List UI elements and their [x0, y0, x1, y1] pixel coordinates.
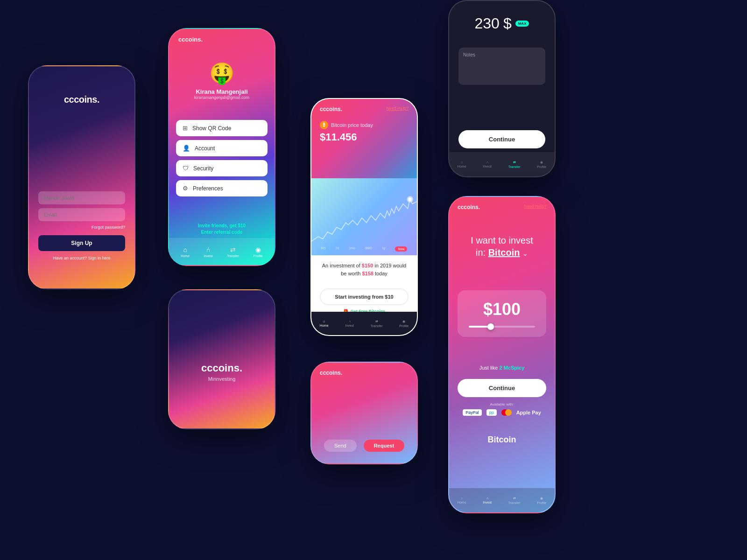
invest-icon-inv: ⑃	[486, 497, 488, 500]
home-icon-btc: ⌂	[323, 320, 325, 323]
invest-icon-btc: ⑃	[349, 320, 351, 323]
splash-logo-section: cccoins. Minnvesting	[169, 362, 275, 382]
btc-coin-icon: ₿	[320, 121, 328, 129]
invest-logo: cccoins.	[458, 204, 480, 210]
menu-item-account[interactable]: 👤 Account	[176, 140, 268, 156]
amount-slider[interactable]	[469, 326, 535, 328]
profile-logo: cccoins.	[178, 36, 203, 43]
profile-icon-tf: ◉	[540, 161, 543, 164]
referral-text[interactable]: Enter referral code	[169, 230, 275, 235]
transfer-icon-tf: ⇄	[513, 161, 516, 164]
menu-label-account: Account	[195, 145, 215, 152]
nav-home[interactable]: ⌂ Home	[181, 246, 190, 258]
inv-nav-invest[interactable]: ⑃ Invest	[483, 497, 492, 504]
mastercard-icon	[501, 409, 512, 416]
tab-6mo[interactable]: 6MO	[365, 246, 372, 252]
menu-item-preferences[interactable]: ⚙ Preferences	[176, 180, 268, 196]
tf-nav-invest[interactable]: ⑃ Invest	[483, 161, 492, 168]
tab-7d[interactable]: 7d	[335, 246, 339, 252]
profile-icon-btc: ◉	[402, 320, 405, 323]
invest-title: I want to invest in: Bitcoin ⌄	[449, 234, 555, 259]
max-badge[interactable]: MAX	[515, 21, 529, 27]
inv-nav-profile[interactable]: ◉ Profile	[537, 497, 546, 504]
time-tabs: 6m 7d 1mo 6MO 1y Now	[311, 246, 417, 252]
svg-point-0	[408, 197, 412, 201]
profile-icon-inv: ◉	[540, 497, 543, 500]
transfer-icon-btc: ⇄	[375, 320, 378, 323]
tab-now[interactable]: Now	[395, 246, 407, 252]
qr-icon: ⊞	[183, 125, 188, 132]
profile-menu-list: ⊞ Show QR Code 👤 Account 🛡 Security ⚙ Pr…	[176, 120, 268, 200]
bitcoin-bottom-nav: ⌂ Home ⑃ Invest ⇄ Transfer ◉ Profile	[311, 312, 417, 335]
tf-nav-transfer[interactable]: ⇄ Transfer	[508, 161, 521, 168]
slider-thumb[interactable]	[487, 323, 494, 330]
dropdown-chevron-icon[interactable]: ⌄	[522, 250, 528, 257]
tf-nav-profile[interactable]: ◉ Profile	[537, 161, 546, 168]
username-input[interactable]	[38, 191, 125, 204]
invest-continue-button[interactable]: Continue	[458, 379, 546, 397]
email-input[interactable]	[38, 208, 125, 221]
bitcoin-price-value: $11.456	[320, 131, 409, 143]
tab-6m[interactable]: 6m	[321, 246, 326, 252]
invest-icon-tf: ⑃	[486, 161, 488, 164]
signin-link[interactable]: Have an account? Sign in here	[38, 256, 125, 260]
invite-text[interactable]: Invite friends, get $10	[169, 223, 275, 228]
apple-pay-icon: Apple Pay	[516, 410, 541, 415]
nav-invest[interactable]: ⑃ Invest	[204, 246, 213, 258]
phone-transfer: 230 $ MAX Notes Continue ⌂ Home ⑃ Invest…	[448, 0, 556, 177]
btc-nav-profile[interactable]: ◉ Profile	[399, 320, 409, 328]
mcspicy-comparison: Just like 2 McSpicy	[449, 365, 555, 371]
menu-label-security: Security	[193, 165, 213, 172]
menu-item-qr[interactable]: ⊞ Show QR Code	[176, 120, 268, 136]
transfer-continue-button[interactable]: Continue	[458, 130, 545, 148]
security-icon: 🛡	[183, 165, 189, 172]
invest-amount-card: $100	[458, 290, 546, 337]
btc-nav-home[interactable]: ⌂ Home	[320, 320, 329, 327]
btc-nav-transfer[interactable]: ⇄ Transfer	[371, 320, 383, 328]
avatar: 🤑	[209, 61, 235, 85]
user-name: Kirana Mangenjali	[196, 88, 247, 95]
bitcoin-header: cccoins. Need Help? ₿ Bitcoin price toda…	[311, 99, 417, 178]
invest-amount-value: $100	[467, 300, 537, 319]
send-button[interactable]: Send	[324, 440, 357, 452]
available-with-label: Available with:	[449, 402, 555, 406]
request-button[interactable]: Request	[364, 440, 404, 452]
splash-app-name: cccoins.	[169, 362, 275, 374]
inv-nav-transfer[interactable]: ⇄ Transfer	[508, 497, 521, 504]
invest-description: An investment of $150 in 2019 would be w…	[320, 262, 409, 277]
inv-nav-home[interactable]: ⌂ Home	[458, 497, 466, 504]
preferences-icon: ⚙	[183, 185, 188, 192]
slider-fill	[469, 326, 489, 328]
phone-bitcoin: cccoins. Need Help? ₿ Bitcoin price toda…	[310, 98, 418, 336]
login-logo: cccoins.	[29, 94, 134, 105]
invest-button[interactable]: Start investing from $10	[320, 288, 409, 305]
tab-1mo[interactable]: 1mo	[349, 246, 355, 252]
forgot-password-link[interactable]: Forgot password?	[38, 225, 125, 230]
profile-icon: ◉	[255, 246, 261, 253]
paypal-icon: PayPal	[463, 409, 482, 416]
need-help-link[interactable]: Need Help?	[386, 106, 409, 111]
phone-profile: cccoins. 🤑 Kirana Mangenjali kiranamange…	[168, 28, 275, 266]
notes-field[interactable]: Notes	[458, 48, 545, 85]
btc-nav-invest[interactable]: ⑃ Invest	[345, 320, 354, 327]
phone-login: cccoins. Forgot password? Sign Up Have a…	[28, 65, 135, 289]
transfer-icon-inv: ⇄	[513, 497, 516, 500]
account-icon: 👤	[183, 145, 190, 152]
invest-need-help[interactable]: Need Help?	[524, 204, 546, 209]
invest-currency: Bitcoin	[488, 247, 520, 258]
signup-button[interactable]: Sign Up	[38, 235, 125, 251]
nav-profile[interactable]: ◉ Profile	[254, 246, 263, 258]
phone-invest: cccoins. Need Help? I want to invest in:…	[448, 196, 556, 513]
invest-icon: ⑃	[206, 246, 210, 253]
pp-icon: pp	[486, 409, 497, 416]
phone-splash: cccoins. Minnvesting	[168, 289, 275, 429]
home-icon: ⌂	[183, 246, 187, 253]
mc-orange-circle	[505, 409, 512, 416]
tf-nav-home[interactable]: ⌂ Home	[458, 161, 466, 168]
bitcoin-selector: Bitcoin	[449, 435, 555, 445]
invest-info: An investment of $150 in 2019 would be w…	[311, 255, 417, 284]
tab-1y[interactable]: 1y	[382, 246, 385, 252]
invest-bottom-nav: ⌂ Home ⑃ Invest ⇄ Transfer ◉ Profile	[449, 488, 555, 512]
nav-transfer[interactable]: ⇄ Transfer	[227, 246, 239, 258]
menu-item-security[interactable]: 🛡 Security	[176, 160, 268, 176]
